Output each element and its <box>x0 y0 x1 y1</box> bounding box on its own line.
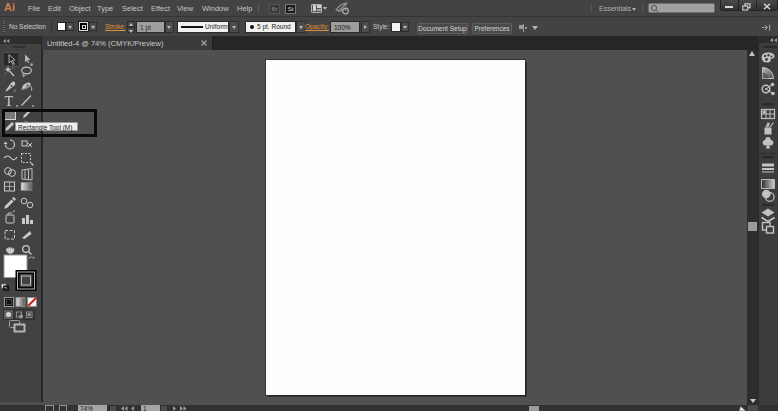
svg-text:T: T <box>5 94 14 109</box>
